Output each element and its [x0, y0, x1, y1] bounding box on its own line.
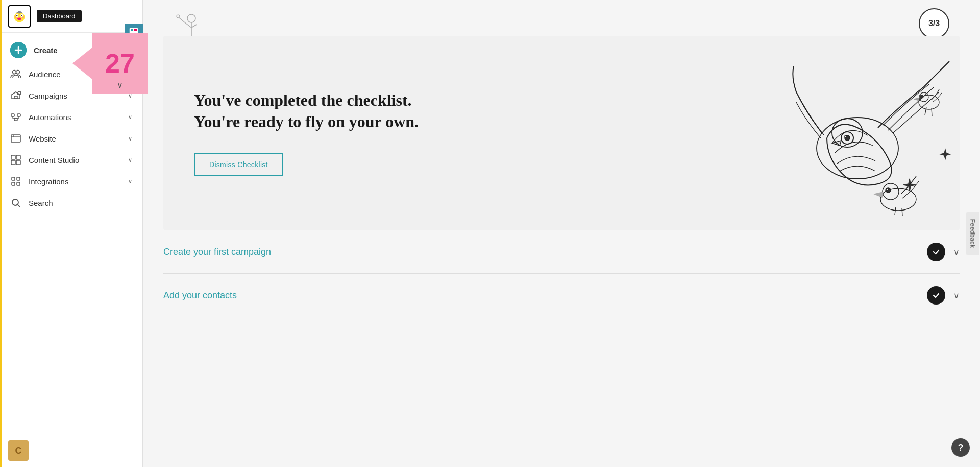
svg-point-6 [15, 16, 17, 18]
banner-content: You've completed the checklist. You're r… [163, 59, 745, 206]
svg-rect-26 [17, 182, 20, 185]
svg-point-10 [16, 71, 20, 74]
checklist-contacts-label[interactable]: Add your contacts [163, 290, 919, 301]
svg-rect-11 [14, 96, 17, 99]
svg-rect-19 [11, 155, 15, 159]
svg-point-42 [845, 135, 847, 137]
bubble-chevron-icon: ∨ [117, 80, 123, 90]
audience-icon [10, 68, 21, 80]
progress-circle: 3/3 [919, 8, 949, 39]
svg-rect-13 [11, 114, 14, 116]
svg-rect-29 [131, 29, 133, 31]
sidebar-automations-label: Automations [29, 113, 121, 122]
search-icon [10, 197, 21, 208]
mailchimp-logo-icon [11, 8, 28, 25]
website-icon [10, 133, 21, 144]
banner-title: You've completed the checklist. You're r… [194, 90, 715, 132]
sidebar-search-label: Search [29, 199, 132, 207]
svg-point-43 [832, 119, 863, 147]
svg-rect-21 [11, 160, 15, 165]
svg-rect-16 [11, 135, 20, 142]
check-circle-contacts [927, 286, 945, 305]
sidebar-item-content-studio[interactable]: Content Studio ∨ [0, 149, 142, 171]
check-circle-campaign [927, 243, 945, 261]
website-chevron-icon: ∨ [128, 135, 132, 142]
integrations-chevron-icon: ∨ [128, 178, 132, 185]
svg-point-31 [187, 14, 195, 22]
svg-point-50 [886, 188, 888, 190]
contacts-expand-chevron[interactable]: ∨ [953, 291, 960, 300]
checklist-section: Create your first campaign ∨ Add your co… [163, 230, 960, 337]
sidebar-content-studio-label: Content Studio [29, 156, 121, 165]
user-avatar[interactable]: C [8, 440, 29, 461]
svg-rect-15 [14, 118, 17, 121]
main-content: 3/3 Great Job! You've completed the [143, 0, 980, 467]
svg-rect-20 [16, 155, 20, 159]
sidebar-item-automations[interactable]: Automations ∨ [0, 106, 142, 128]
svg-point-8 [18, 11, 21, 13]
sidebar-header: Dashboard [0, 0, 142, 33]
svg-rect-23 [12, 177, 15, 180]
dismiss-checklist-button[interactable]: Dismiss Checklist [194, 153, 283, 176]
svg-rect-14 [17, 114, 20, 116]
content-studio-icon [10, 154, 21, 166]
svg-point-9 [13, 71, 16, 74]
sidebar: Dashboard Create Audience [0, 0, 143, 467]
pink-arrow [72, 47, 93, 80]
completion-banner: You've completed the checklist. You're r… [163, 36, 960, 230]
automations-icon [10, 111, 21, 123]
sidebar-item-integrations[interactable]: Integrations ∨ [0, 171, 142, 192]
svg-line-34 [191, 25, 197, 28]
campaigns-icon [10, 90, 21, 101]
content-studio-chevron-icon: ∨ [128, 157, 132, 164]
automations-chevron-icon: ∨ [128, 114, 132, 121]
feedback-tab[interactable]: Feedback [966, 212, 979, 255]
checklist-item-campaign: Create your first campaign ∨ [163, 230, 960, 273]
sidebar-integrations-label: Integrations [29, 177, 121, 186]
svg-point-27 [12, 199, 18, 205]
svg-rect-25 [12, 182, 15, 185]
banner-illustration [745, 36, 960, 230]
integrations-icon [10, 176, 21, 187]
svg-point-38 [177, 15, 180, 18]
svg-point-46 [920, 95, 923, 98]
svg-rect-22 [16, 160, 20, 165]
bird-illustration [745, 36, 960, 230]
checklist-item-contacts: Add your contacts ∨ [163, 273, 960, 317]
svg-point-4 [21, 15, 22, 16]
mailchimp-logo[interactable] [8, 5, 31, 28]
svg-point-39 [817, 118, 898, 179]
checklist-campaign-label[interactable]: Create your first campaign [163, 247, 919, 258]
sidebar-item-search[interactable]: Search [0, 192, 142, 214]
help-button[interactable]: ? [951, 438, 970, 457]
sidebar-item-website[interactable]: Website ∨ [0, 128, 142, 149]
svg-rect-30 [134, 29, 137, 31]
svg-line-37 [179, 17, 185, 22]
pink-box: 27 ∨ [92, 33, 148, 94]
svg-point-3 [16, 15, 17, 16]
sidebar-footer: C [0, 434, 142, 467]
dashboard-label[interactable]: Dashboard [37, 10, 82, 22]
svg-line-33 [185, 22, 191, 28]
notification-number: 27 [105, 50, 135, 77]
campaign-expand-chevron[interactable]: ∨ [953, 247, 960, 257]
svg-point-7 [22, 16, 24, 18]
svg-rect-24 [17, 177, 20, 180]
create-icon [10, 42, 27, 58]
sidebar-website-label: Website [29, 134, 121, 143]
notification-bubble[interactable]: 27 ∨ [92, 33, 148, 94]
